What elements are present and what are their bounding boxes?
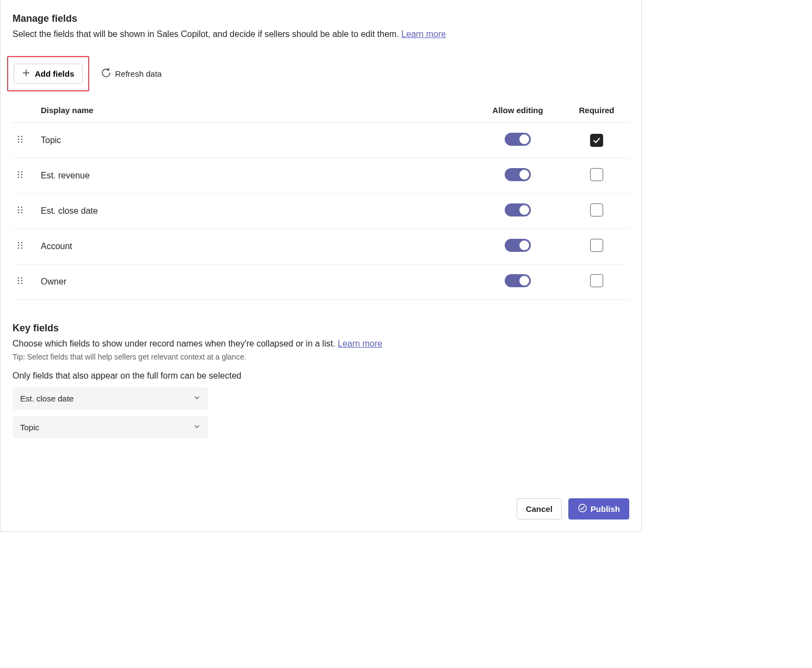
required-checkbox[interactable] <box>590 239 603 252</box>
svg-point-14 <box>18 207 20 208</box>
publish-label: Publish <box>591 504 620 514</box>
table-row: Est. revenue <box>13 158 629 194</box>
add-fields-label: Add fields <box>35 69 75 78</box>
svg-point-16 <box>18 209 20 211</box>
drag-handle-icon[interactable] <box>17 276 23 285</box>
allow-editing-toggle[interactable] <box>505 274 531 287</box>
manage-fields-desc: Select the fields that will be shown in … <box>13 28 629 41</box>
drag-handle-icon[interactable] <box>17 135 23 144</box>
allow-editing-toggle[interactable] <box>505 203 531 217</box>
drag-handle-icon[interactable] <box>17 170 23 179</box>
drag-handle-icon[interactable] <box>17 241 23 250</box>
svg-point-5 <box>21 139 23 140</box>
refresh-icon <box>101 68 111 79</box>
key-fields-section: Key fields Choose which fields to show u… <box>13 323 629 438</box>
svg-point-3 <box>21 136 23 138</box>
chevron-down-icon <box>193 394 201 403</box>
key-field-dropdown[interactable]: Est. close date <box>13 387 208 410</box>
key-field-dropdown[interactable]: Topic <box>13 416 208 438</box>
svg-point-12 <box>18 177 20 178</box>
svg-point-4 <box>18 139 20 140</box>
svg-point-29 <box>21 280 23 282</box>
svg-point-18 <box>18 212 20 214</box>
svg-point-32 <box>579 504 586 512</box>
key-fields-desc: Choose which fields to show under record… <box>13 337 629 350</box>
key-fields-tip: Tip: Select fields that will help seller… <box>13 352 629 361</box>
svg-point-28 <box>18 280 20 282</box>
add-fields-highlight: Add fields <box>7 56 89 91</box>
cancel-button[interactable]: Cancel <box>517 498 562 519</box>
required-checkbox[interactable] <box>590 274 603 287</box>
required-checkbox[interactable] <box>590 168 603 181</box>
svg-point-26 <box>18 277 20 279</box>
manage-fields-title: Manage fields <box>13 13 629 24</box>
svg-point-24 <box>18 248 20 249</box>
dropdown-value: Topic <box>20 423 39 432</box>
svg-point-19 <box>21 212 23 214</box>
svg-point-21 <box>21 242 23 244</box>
required-checkbox[interactable] <box>590 203 603 217</box>
svg-point-9 <box>21 171 23 173</box>
svg-point-6 <box>18 141 20 143</box>
learn-more-link[interactable]: Learn more <box>401 29 446 39</box>
svg-point-30 <box>18 283 20 284</box>
field-name: Est. close date <box>41 206 98 215</box>
field-name: Owner <box>41 277 66 286</box>
svg-point-10 <box>18 174 20 176</box>
key-fields-desc-text: Choose which fields to show under record… <box>13 339 338 348</box>
drag-handle-icon[interactable] <box>17 206 23 214</box>
checkmark-circle-icon <box>578 503 587 515</box>
plus-icon <box>22 69 30 79</box>
key-fields-note: Only fields that also appear on the full… <box>13 371 629 381</box>
svg-point-31 <box>21 283 23 284</box>
refresh-data-button[interactable]: Refresh data <box>101 68 162 79</box>
svg-point-15 <box>21 207 23 208</box>
col-allow-editing-header: Allow editing <box>472 101 564 123</box>
key-learn-more-link[interactable]: Learn more <box>338 339 382 348</box>
key-fields-title: Key fields <box>13 323 629 334</box>
field-name: Account <box>41 242 72 251</box>
table-row: Est. close date <box>13 194 629 229</box>
col-handle-header <box>13 101 36 123</box>
fields-table: Display name Allow editing Required Topi… <box>13 101 629 300</box>
manage-fields-panel: Manage fields Select the fields that wil… <box>0 0 642 532</box>
fields-toolbar: Add fields Refresh data <box>13 56 629 91</box>
refresh-label: Refresh data <box>115 69 162 78</box>
add-fields-button[interactable]: Add fields <box>14 64 83 84</box>
footer-actions: Cancel Publish <box>13 498 629 519</box>
table-row: Topic <box>13 123 629 158</box>
svg-point-13 <box>21 177 23 178</box>
field-name: Est. revenue <box>41 171 90 180</box>
table-row: Owner <box>13 264 629 300</box>
allow-editing-toggle[interactable] <box>505 239 531 252</box>
col-display-name-header: Display name <box>36 101 472 123</box>
chevron-down-icon <box>193 423 201 432</box>
col-required-header: Required <box>564 101 629 123</box>
svg-point-8 <box>18 171 20 173</box>
svg-point-27 <box>21 277 23 279</box>
svg-point-25 <box>21 248 23 249</box>
field-name: Topic <box>41 135 61 145</box>
svg-point-2 <box>18 136 20 138</box>
dropdown-value: Est. close date <box>20 394 73 403</box>
allow-editing-toggle[interactable] <box>505 168 531 181</box>
svg-point-23 <box>21 245 23 246</box>
publish-button[interactable]: Publish <box>568 498 629 519</box>
svg-point-7 <box>21 141 23 143</box>
svg-point-20 <box>18 242 20 244</box>
manage-fields-desc-text: Select the fields that will be shown in … <box>13 29 401 39</box>
svg-point-11 <box>21 174 23 176</box>
svg-point-17 <box>21 209 23 211</box>
required-checkbox[interactable] <box>590 134 603 147</box>
allow-editing-toggle[interactable] <box>505 133 531 146</box>
table-row: Account <box>13 229 629 264</box>
svg-point-22 <box>18 245 20 246</box>
